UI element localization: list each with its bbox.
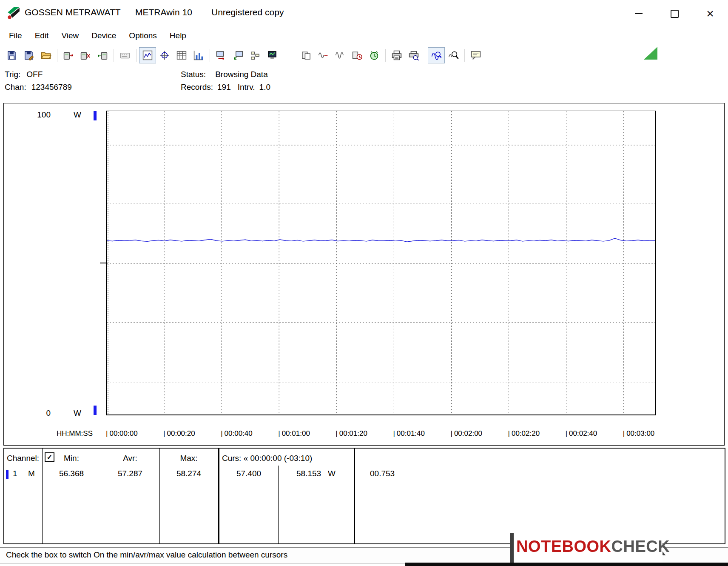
monitor-export-button[interactable] <box>264 47 281 63</box>
waveform-icon <box>335 50 346 61</box>
gossen-metrawatt-logo-icon <box>6 6 20 22</box>
yt-chart-button[interactable] <box>139 47 156 63</box>
xy-chart-icon <box>159 50 170 61</box>
waveform-split-button[interactable] <box>315 47 332 63</box>
records-label: Records: <box>181 83 213 91</box>
min-value: 56.368 <box>42 469 101 478</box>
y-min-label: 0 <box>28 409 51 418</box>
menu-device[interactable]: Device <box>85 29 122 43</box>
status-label: Status: <box>181 70 206 79</box>
toolbar-separator <box>57 49 57 62</box>
device-erase-icon <box>80 50 91 61</box>
chart-plot[interactable] <box>106 111 656 415</box>
table-view-button[interactable] <box>173 47 190 63</box>
status-panel: Trig:OFF Chan:123456789 Status:Browsing … <box>0 67 728 102</box>
avr-value: 57.287 <box>101 469 159 478</box>
save-as-icon <box>23 50 34 61</box>
channel-marker-bottom <box>94 406 97 415</box>
trig-label: Trig: <box>5 70 20 79</box>
table-divider-thick <box>218 449 219 543</box>
maximize-button[interactable] <box>657 0 692 27</box>
y-min-unit: W <box>74 409 81 418</box>
waveform-split-icon <box>318 50 329 61</box>
device-upload-button[interactable] <box>230 47 247 63</box>
cursor-b-value: 58.153W <box>278 469 354 478</box>
max-column-header: Max: <box>159 454 218 463</box>
svg-text:f(x): f(x) <box>285 52 293 59</box>
save-icon <box>6 50 17 61</box>
open-button[interactable] <box>37 47 54 63</box>
statusbar-divider <box>473 548 473 563</box>
watermark-part2: CHECK <box>611 537 670 555</box>
zoom-curve-button[interactable] <box>428 47 445 63</box>
x-tick-label: |00:02:20 <box>508 429 540 438</box>
formula-icon: f(x) <box>284 50 295 61</box>
x-tick-label: |00:01:20 <box>336 429 367 438</box>
print-preview-button[interactable] <box>405 47 422 63</box>
x-tick-label: |00:01:40 <box>393 429 425 438</box>
notebookcheck-watermark: NOTEBOOKCHECK <box>514 529 663 563</box>
save-button[interactable] <box>3 47 20 63</box>
close-button[interactable]: × <box>692 0 728 27</box>
watermark-text: NOTEBOOKCHECK <box>516 537 670 556</box>
alarm-clock-button[interactable] <box>366 47 383 63</box>
license-status: Unregistered copy <box>211 7 284 17</box>
transfer-config-button[interactable] <box>213 47 230 63</box>
chart-area: 100 W 0 W HH:MM:SS |00:00:00|00:00:20|00… <box>3 103 725 446</box>
keyboard-icon <box>119 50 131 61</box>
annotation-button[interactable] <box>467 47 484 63</box>
x-tick-label: |00:00:00 <box>106 429 138 438</box>
toolbar: f(x) <box>0 44 728 66</box>
toolbar-separator <box>425 49 425 62</box>
menu-bar: FileEditViewDeviceOptionsHelp <box>0 27 728 44</box>
x-tick-label: |00:02:00 <box>450 429 482 438</box>
device-copy-icon <box>301 50 312 61</box>
alarm-clock-icon <box>369 50 380 61</box>
trig-value: OFF <box>26 70 43 79</box>
print-button[interactable] <box>388 47 405 63</box>
brand-name: GOSSEN METRAWATT <box>25 7 121 17</box>
menu-file[interactable]: File <box>3 29 28 43</box>
device-copy-button[interactable] <box>298 47 315 63</box>
sequence-icon <box>250 50 261 61</box>
device-read-button[interactable] <box>94 47 111 63</box>
device-upload-icon <box>233 50 244 61</box>
xy-chart-button[interactable] <box>156 47 173 63</box>
status-value: Browsing Data <box>215 70 268 79</box>
waveform-button[interactable] <box>332 47 349 63</box>
menu-edit[interactable]: Edit <box>28 29 55 43</box>
y-axis-mid-tick <box>100 263 106 263</box>
menu-help[interactable]: Help <box>163 29 193 43</box>
formula-button[interactable]: f(x) <box>281 47 298 63</box>
menu-options[interactable]: Options <box>122 29 163 43</box>
watermark-part1: NOTEBOOK <box>516 537 611 555</box>
cursor-b-number: 58.153 <box>296 469 321 478</box>
x-tick-label: |00:02:40 <box>566 429 597 438</box>
cursor-a-value: 57.400 <box>219 469 278 478</box>
x-tick-label: |00:00:20 <box>163 429 195 438</box>
zoom-curve-icon <box>431 50 442 61</box>
bar-chart-button[interactable] <box>190 47 207 63</box>
keyboard-button[interactable] <box>117 47 134 63</box>
device-erase-button[interactable] <box>77 47 94 63</box>
save-as-button[interactable] <box>20 47 37 63</box>
window-controls: × <box>621 0 728 27</box>
close-icon: × <box>706 7 714 20</box>
sequence-button[interactable] <box>247 47 264 63</box>
minimize-button[interactable] <box>621 0 657 27</box>
print-preview-icon <box>408 50 419 61</box>
x-tick-label: |00:00:40 <box>221 429 253 438</box>
minimize-icon <box>635 13 643 14</box>
monitor-export-icon <box>267 50 278 61</box>
channel-column-header: Channel: <box>7 454 39 463</box>
export-device-button[interactable] <box>60 47 77 63</box>
zoom-button[interactable] <box>445 47 462 63</box>
channel-color-marker <box>6 470 9 479</box>
print-icon <box>391 50 402 61</box>
transfer-config-icon <box>216 50 227 61</box>
menu-view[interactable]: View <box>55 29 85 43</box>
cursor-delta-value: 00.753 <box>370 469 395 478</box>
channel-mode: M <box>28 469 35 478</box>
device-clock-button[interactable] <box>349 47 366 63</box>
cursor-column-header: Curs: « 00:00:00 (-03:10) <box>222 454 312 463</box>
